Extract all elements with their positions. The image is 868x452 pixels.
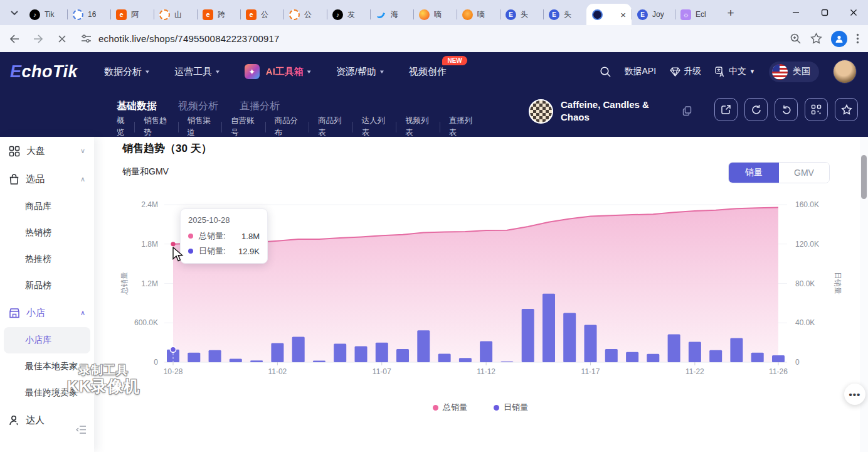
language-selector[interactable]: 中文 ▼ — [715, 66, 755, 77]
legend-item[interactable]: 日销量 — [494, 402, 528, 413]
daily-sales-bar[interactable] — [668, 334, 680, 362]
daily-sales-bar[interactable] — [563, 313, 576, 362]
daily-sales-bar[interactable] — [689, 342, 701, 362]
sidebar-item-新品榜[interactable]: 新品榜 — [0, 272, 94, 299]
daily-sales-bar[interactable] — [355, 346, 368, 362]
close-window-button[interactable] — [839, 0, 868, 25]
daily-sales-bar[interactable] — [605, 349, 618, 362]
browser-tab[interactable]: 山 — [154, 4, 197, 25]
sidebar-item-商品库[interactable]: 商品库 — [0, 193, 94, 220]
sidebar-group-小店[interactable]: 小店∧ — [0, 299, 94, 327]
user-avatar[interactable] — [833, 60, 857, 83]
subtab[interactable]: 视频列表 — [405, 115, 431, 139]
bookmark-star-icon[interactable] — [810, 33, 822, 45]
favorite-button[interactable] — [835, 98, 858, 121]
subtab[interactable]: 商品分布 — [275, 115, 300, 139]
daily-sales-bar[interactable] — [751, 353, 764, 362]
copy-icon[interactable] — [682, 106, 692, 116]
daily-sales-bar[interactable] — [271, 343, 283, 362]
daily-sales-bar[interactable] — [188, 353, 200, 362]
daily-sales-bar[interactable] — [230, 358, 242, 362]
nav-item[interactable]: 视频创作NEW — [409, 66, 447, 78]
site-info-button[interactable] — [80, 33, 92, 44]
daily-sales-bar[interactable] — [772, 355, 785, 362]
daily-sales-bar[interactable] — [209, 350, 221, 362]
more-options-button[interactable]: ••• — [844, 384, 865, 405]
browser-tab[interactable]: 公 — [283, 4, 327, 25]
upgrade-link[interactable]: 升级 — [670, 66, 701, 77]
sidebar-collapse-button[interactable] — [76, 425, 87, 437]
menu-kebab-icon[interactable] — [856, 33, 859, 44]
tab-close-icon[interactable]: × — [620, 10, 626, 19]
browser-tab[interactable]: EJoy — [632, 4, 675, 25]
daily-sales-bar[interactable] — [292, 337, 305, 363]
data-api-link[interactable]: 数据API — [625, 66, 657, 77]
subtab[interactable]: 自营账号 — [231, 115, 257, 139]
address-bar[interactable]: echotik.live/shops/7495500842223700917 — [98, 33, 280, 44]
daily-sales-bar[interactable] — [542, 294, 555, 362]
daily-sales-bar[interactable] — [480, 341, 492, 362]
browser-tab[interactable]: ♪发 — [327, 4, 370, 25]
zoom-icon[interactable] — [790, 33, 802, 45]
sidebar-item-热销榜[interactable]: 热销榜 — [0, 220, 94, 246]
section-tab[interactable]: 直播分析 — [240, 100, 280, 113]
forward-button[interactable] — [29, 30, 48, 48]
browser-tab[interactable]: ♪Tik — [24, 4, 67, 25]
subtab[interactable]: 销售渠道 — [188, 115, 213, 139]
subtab[interactable]: 销售趋势 — [144, 115, 169, 139]
qr-code-button[interactable] — [805, 98, 828, 121]
minimize-button[interactable] — [781, 0, 810, 25]
external-link-button[interactable] — [714, 98, 738, 121]
toggle-option-GMV[interactable]: GMV — [779, 163, 829, 183]
daily-sales-bar[interactable] — [438, 353, 451, 362]
maximize-button[interactable] — [810, 0, 839, 25]
echotik-logo[interactable]: EchoTik — [10, 62, 104, 82]
browser-tab[interactable]: ☼Ecl — [675, 4, 718, 25]
daily-sales-bar[interactable] — [376, 343, 388, 362]
browser-tab[interactable]: E头 — [500, 4, 543, 25]
tab-search-button[interactable] — [6, 5, 23, 21]
sidebar-item-热推榜[interactable]: 热推榜 — [0, 246, 94, 272]
daily-sales-bar[interactable] — [647, 354, 659, 362]
sidebar-group-选品[interactable]: 选品∧ — [0, 165, 94, 193]
sidebar-group-大盘[interactable]: 大盘∨ — [0, 137, 94, 165]
daily-sales-bar[interactable] — [730, 338, 743, 362]
legend-item[interactable]: 总销量 — [433, 402, 467, 413]
subtab[interactable]: 商品列表 — [318, 115, 344, 139]
nav-item[interactable]: 资源/帮助▼ — [336, 66, 385, 78]
daily-sales-bar[interactable] — [500, 362, 513, 362]
search-icon[interactable] — [600, 66, 611, 77]
region-selector[interactable]: 美国 — [769, 62, 819, 82]
sidebar-item-小店库[interactable]: 小店库 — [4, 327, 90, 353]
browser-tab[interactable]: e公 — [240, 4, 283, 25]
section-tab[interactable]: 基础数据 — [117, 100, 157, 113]
daily-sales-bar[interactable] — [313, 361, 326, 362]
daily-sales-bar[interactable] — [334, 343, 346, 362]
daily-sales-bar[interactable] — [459, 358, 472, 362]
daily-sales-bar[interactable] — [709, 350, 722, 362]
subtab[interactable]: 直播列表 — [449, 115, 475, 139]
daily-sales-bar[interactable] — [585, 325, 597, 363]
browser-tab[interactable]: 嘀 — [457, 4, 500, 25]
browser-tab[interactable]: 嘀 — [413, 4, 457, 25]
subtab[interactable]: 达人列表 — [362, 115, 388, 139]
daily-sales-bar[interactable] — [417, 330, 430, 362]
daily-sales-bar[interactable] — [396, 349, 409, 362]
nav-item[interactable]: 数据分析▼ — [104, 66, 151, 78]
browser-tab[interactable]: e跨 — [197, 4, 240, 25]
section-tab[interactable]: 视频分析 — [178, 100, 218, 113]
browser-tab[interactable]: 海 — [370, 4, 413, 25]
daily-sales-bar[interactable] — [522, 309, 534, 362]
daily-sales-bar[interactable] — [626, 352, 638, 362]
daily-sales-bar[interactable] — [250, 360, 263, 362]
nav-item[interactable]: 运营工具▼ — [174, 66, 221, 78]
toggle-option-销量[interactable]: 销量 — [729, 163, 779, 183]
browser-tab[interactable]: E头 — [543, 4, 586, 25]
new-tab-button[interactable]: + — [722, 4, 739, 22]
subtab[interactable]: 概览 — [117, 115, 125, 139]
browser-tab[interactable]: e阿 — [110, 4, 154, 25]
scrollbar-thumb[interactable] — [861, 155, 867, 199]
stop-button[interactable] — [53, 30, 71, 48]
browser-tab[interactable]: 16 — [67, 4, 110, 25]
back-button[interactable] — [5, 30, 24, 48]
